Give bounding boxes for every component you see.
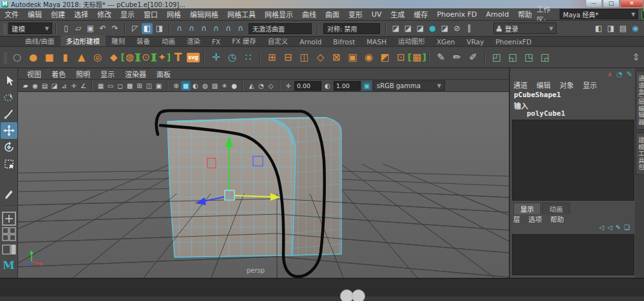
render-view-icon[interactable]: ◪ xyxy=(390,23,401,34)
shadows-icon[interactable]: ▨ xyxy=(210,81,220,91)
snap-grid-icon[interactable]: ∩ xyxy=(174,23,185,34)
smooth-mesh-icon[interactable]: ▦ xyxy=(410,49,424,66)
bend-icon[interactable]: ◇ xyxy=(313,49,328,66)
layer-editor-menu-item[interactable]: 层 xyxy=(513,214,520,224)
safe-action-icon[interactable]: ◫ xyxy=(144,81,154,91)
menu-item[interactable]: 编辑网格 xyxy=(185,9,223,19)
shelf-tab[interactable]: PhoenixFD xyxy=(489,37,537,46)
wheel-icon[interactable]: ◉ xyxy=(361,49,376,66)
four-pane-layout-button[interactable] xyxy=(2,227,16,241)
channel-box-menu-item[interactable]: 对象 xyxy=(560,80,579,90)
bookmark-icon[interactable]: ◪ xyxy=(50,81,59,91)
scene-3d[interactable]: persp xyxy=(18,92,509,278)
speed-gauge-icon[interactable]: ◔ xyxy=(616,70,623,78)
separator[interactable] xyxy=(317,23,318,34)
menu-item[interactable]: 创建 xyxy=(46,9,70,19)
snap-viewplane-icon[interactable]: ∩ xyxy=(223,23,234,34)
move-layer-down-icon[interactable]: ◁ xyxy=(607,224,612,231)
gamma-field[interactable]: 1.00 xyxy=(334,81,361,91)
menu-item[interactable]: Arnold xyxy=(482,10,514,19)
menu-item[interactable]: 文件 xyxy=(0,9,23,19)
scale-tool[interactable] xyxy=(1,156,17,172)
poly-torus-icon[interactable]: ◎ xyxy=(90,49,105,66)
menu-item[interactable]: 曲面 xyxy=(321,9,344,19)
perspective-viewport[interactable]: 视图着色照明显示渲染器面板 ▰◉▤◪⊿✛∠ ▦▭◻▩⊞◫▣ ⊕■◐◍▨✳● ◭◔… xyxy=(18,68,509,278)
gate-mask-icon[interactable]: ▩ xyxy=(125,81,135,91)
view-transform-icon[interactable]: ▣ xyxy=(362,81,372,91)
fold-icon[interactable]: ◩ xyxy=(377,49,392,66)
stack-icon[interactable]: ⊡ xyxy=(393,49,408,66)
shelf-tab[interactable]: 装备 xyxy=(131,35,156,46)
panel-menu-item[interactable]: 着色 xyxy=(46,69,71,79)
textured-mode-icon[interactable]: ◐ xyxy=(191,81,200,91)
poly-platonic-icon[interactable]: ⊙ xyxy=(138,49,153,66)
drag-grip[interactable] xyxy=(3,23,6,34)
shelf-scroll-icon[interactable]: ⇕ xyxy=(629,49,643,66)
attribute-editor-toggle-icon[interactable]: ◨ xyxy=(605,23,616,34)
panel-menu-item[interactable]: 渲染器 xyxy=(120,69,151,79)
origin-locator-icon[interactable]: ∷ xyxy=(241,49,256,66)
panel-menu-item[interactable]: 照明 xyxy=(71,69,95,79)
select-hierarchy-icon[interactable]: ◸ xyxy=(129,23,140,34)
separator[interactable] xyxy=(385,23,386,34)
layer-editor-tab[interactable]: 动画 xyxy=(542,203,570,214)
launch-render-icon[interactable]: ⊘ xyxy=(451,23,462,34)
exposure-field[interactable]: 0.00 xyxy=(294,81,321,91)
toolbox-toggle-icon[interactable]: ◧ xyxy=(593,23,604,34)
lasso-select-tool[interactable] xyxy=(1,89,17,105)
drag-grip[interactable] xyxy=(4,51,7,63)
active-surface-field[interactable]: 无激活曲面 xyxy=(249,23,312,34)
resolution-gate-icon[interactable]: ◻ xyxy=(115,81,125,91)
make-live-icon[interactable]: ∩ xyxy=(235,23,246,34)
input-node-name[interactable]: polyCube1 xyxy=(527,109,565,118)
shelf-tab[interactable]: 渲染 xyxy=(181,35,206,46)
film-gate-icon[interactable]: ▭ xyxy=(106,81,115,91)
shelf-tab[interactable]: FX xyxy=(206,37,226,46)
symmetry-field[interactable]: 对称: 禁用 xyxy=(323,23,380,34)
menu-item[interactable]: 编辑 xyxy=(23,9,46,19)
empty-layer-icon[interactable]: ✎ xyxy=(616,224,621,231)
menu-item[interactable]: 曲线 xyxy=(298,9,321,19)
node-name[interactable]: pCubeShape1 xyxy=(514,91,561,99)
menu-item[interactable]: 窗口 xyxy=(139,9,162,19)
last-tool[interactable] xyxy=(1,185,17,202)
single-pane-layout-button[interactable] xyxy=(2,212,16,226)
menu-item[interactable]: UV xyxy=(367,10,386,19)
poly-cube-icon[interactable]: ■ xyxy=(42,49,57,66)
scene-time-icon[interactable]: ◷ xyxy=(225,49,240,66)
camera-attributes-icon[interactable]: ▤ xyxy=(40,81,50,91)
poly-sphere-icon[interactable]: ● xyxy=(26,49,41,66)
panel-menu-item[interactable]: 显示 xyxy=(95,69,120,79)
shaded-mode-icon[interactable]: ■ xyxy=(181,81,191,91)
menu-item[interactable]: 网格显示 xyxy=(260,9,298,19)
joint-xray-icon[interactable]: ◇ xyxy=(266,81,276,91)
rotate-tool[interactable] xyxy=(1,139,17,156)
open-cube-icon[interactable]: ⊠ xyxy=(329,49,344,66)
shelf-tab[interactable]: 雕刻 xyxy=(106,35,131,46)
menu-item[interactable]: Phoenix FD xyxy=(433,10,482,19)
menu-item[interactable]: 选择 xyxy=(70,9,93,19)
tab-channel-box[interactable]: 通道盒/层编辑器 xyxy=(636,71,644,130)
construction-plane-icon[interactable]: ✛ xyxy=(209,49,223,66)
menuset-dropdown[interactable]: 建模 ▼ xyxy=(8,23,52,34)
shelf-tab[interactable]: Arnold xyxy=(294,37,327,46)
select-component-icon[interactable]: ◨ xyxy=(154,23,165,34)
poly-cylinder-icon[interactable]: ▮ xyxy=(58,49,73,66)
snap-point-icon[interactable]: ∩ xyxy=(198,23,209,34)
shelf-tab[interactable]: 多边形建模 xyxy=(61,35,106,46)
separator[interactable] xyxy=(55,23,57,34)
separator[interactable] xyxy=(169,23,170,34)
svg-tool-icon[interactable]: svg xyxy=(187,53,200,62)
shelf-tab[interactable]: MASH xyxy=(361,37,392,46)
render-settings-icon[interactable]: ◪ xyxy=(439,23,450,34)
shelf-tab[interactable]: XGen xyxy=(431,37,460,46)
quad-draw-icon[interactable]: ✐ xyxy=(466,49,480,66)
face-select-x-icon[interactable]: ◳ xyxy=(522,49,536,66)
ipr-render-icon[interactable]: ◪ xyxy=(415,23,426,34)
poly-plane-icon[interactable]: ◆ xyxy=(106,49,121,66)
menu-item[interactable]: 帮助 xyxy=(513,9,536,19)
shelf-tab[interactable]: 自定义 xyxy=(262,35,294,46)
grid-toggle-icon[interactable]: ▦ xyxy=(96,81,106,91)
safe-title-icon[interactable]: ▣ xyxy=(154,81,164,91)
time-slider[interactable]: 1 51015202530354045505560657075808590951… xyxy=(0,278,644,296)
